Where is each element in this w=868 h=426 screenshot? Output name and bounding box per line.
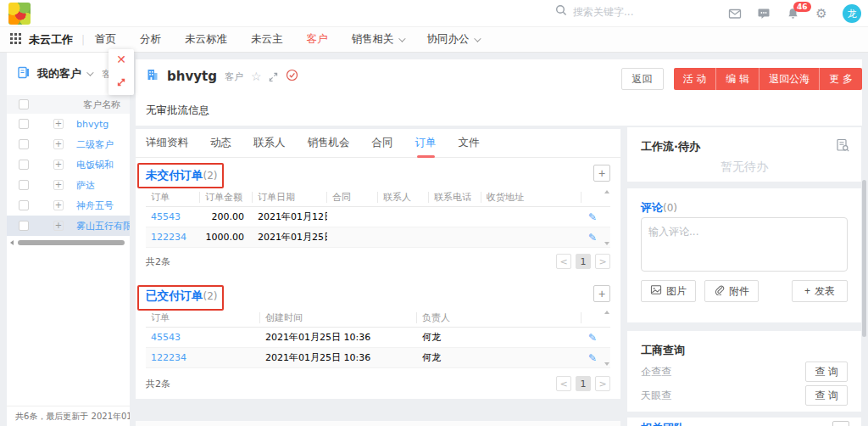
order-link[interactable]: 45543	[146, 332, 260, 343]
scroll-up-icon[interactable]	[604, 311, 609, 314]
query-tianyancha-button[interactable]: 查 询	[805, 385, 848, 406]
customer-row[interactable]: +bhvytg	[7, 114, 130, 134]
current-page-button[interactable]: 1	[576, 376, 591, 391]
row-checkbox[interactable]	[19, 139, 29, 149]
row-checkbox[interactable]	[19, 160, 29, 170]
next-page-button[interactable]: >	[595, 376, 610, 391]
seal-badge-icon[interactable]	[286, 69, 298, 85]
customer-row[interactable]: +神舟五号	[7, 195, 130, 216]
bell-icon[interactable]: 46	[785, 6, 800, 21]
attachment-button[interactable]: 附件	[704, 280, 759, 302]
more-button[interactable]: 更 多	[820, 68, 862, 90]
list-search-icon[interactable]	[836, 138, 849, 155]
row-checkbox[interactable]	[19, 119, 29, 129]
prev-page-button[interactable]: <	[556, 254, 571, 269]
edit-pencil-icon[interactable]: ✎	[588, 332, 597, 344]
app-launcher-grid-icon[interactable]	[10, 33, 21, 47]
expand-plus-icon[interactable]: +	[53, 160, 64, 170]
view-selector[interactable]: 我的客户	[37, 66, 81, 81]
comment-input[interactable]	[641, 217, 848, 272]
table-row[interactable]: 122234 2021年01月25日 10:36 何龙 ✎	[146, 348, 610, 368]
publish-button[interactable]: + 发表	[792, 280, 848, 302]
back-button[interactable]: 返回	[621, 68, 664, 90]
expand-plus-icon[interactable]: +	[53, 139, 64, 149]
tab-contracts[interactable]: 合同	[372, 129, 393, 158]
customer-row[interactable]: +萨达	[7, 175, 130, 195]
table-row[interactable]: 45543 200.00 2021年01月12日 ✎	[146, 207, 610, 227]
close-icon[interactable]: ✕	[116, 53, 126, 65]
workspace-title[interactable]: 未云工作	[29, 32, 73, 48]
scroll-down-icon[interactable]	[604, 362, 609, 366]
app-logo[interactable]	[8, 3, 31, 25]
horizontal-scrollbar[interactable]	[7, 239, 130, 246]
page-body: 我的客户 客户 客户名称 +bhvytg +二级客户 +电饭锅和 +萨达 +神舟…	[0, 53, 868, 426]
nav-divider: |	[81, 34, 85, 46]
row-checkbox[interactable]	[19, 200, 29, 210]
select-all-checkbox[interactable]	[19, 99, 29, 109]
favorite-star-icon[interactable]: ☆	[251, 70, 262, 83]
nav-item-home[interactable]: 首页	[95, 32, 116, 47]
tab-orders[interactable]: 订单	[415, 129, 437, 158]
expand-plus-icon[interactable]: +	[53, 221, 64, 231]
customer-row-selected[interactable]: +雾山五行有限	[7, 216, 130, 236]
edit-pencil-icon[interactable]: ✎	[588, 352, 597, 364]
customer-row[interactable]: +二级客户	[7, 134, 130, 154]
search-input[interactable]	[573, 6, 683, 18]
return-to-pool-button[interactable]: 退回公海	[760, 68, 820, 90]
plus-icon: +	[804, 285, 810, 297]
nav-item-sales[interactable]: 销售相关	[352, 32, 403, 47]
add-undelivered-order-button[interactable]: +	[593, 165, 610, 182]
scroll-down-icon[interactable]	[604, 242, 609, 245]
add-team-member-button[interactable]: +	[832, 421, 849, 426]
scroll-left-arrow-icon[interactable]	[10, 240, 14, 245]
mail-icon[interactable]	[727, 6, 743, 21]
prev-page-button[interactable]: <	[556, 376, 571, 391]
next-page-button[interactable]: >	[595, 254, 610, 269]
order-link[interactable]: 122234	[146, 232, 200, 243]
edit-pencil-icon[interactable]: ✎	[588, 211, 597, 223]
table-scrollbar[interactable]	[604, 188, 610, 206]
expand-plus-icon[interactable]: +	[53, 200, 64, 210]
tab-opportunities[interactable]: 销售机会	[308, 129, 350, 158]
settings-gear-icon[interactable]: ⚙	[814, 6, 829, 21]
table-scrollbar[interactable]	[604, 309, 610, 327]
expand-plus-icon[interactable]: +	[53, 119, 64, 129]
message-icon[interactable]	[756, 6, 771, 21]
nav-item-analysis[interactable]: 分析	[140, 32, 161, 47]
nav-item-main[interactable]: 未云主	[251, 32, 283, 47]
current-page-button[interactable]: 1	[576, 254, 591, 269]
resize-diagonal-arrow-icon[interactable]	[116, 75, 126, 91]
scroll-up-icon[interactable]	[604, 190, 609, 193]
tab-activity[interactable]: 动态	[210, 129, 231, 158]
add-delivered-order-button[interactable]: +	[593, 285, 610, 302]
edit-pencil-icon[interactable]: ✎	[588, 232, 597, 244]
notification-badge: 46	[793, 2, 811, 12]
chevron-down-icon[interactable]	[86, 69, 93, 76]
table-row[interactable]: 45543 2021年01月25日 10:36 何龙 ✎	[146, 328, 610, 348]
row-checkbox[interactable]	[19, 221, 29, 231]
tab-files[interactable]: 文件	[459, 129, 480, 158]
table-row[interactable]: 122234 1000.00 2021年01月25日 ✎	[146, 227, 610, 248]
fullscreen-expand-icon[interactable]	[269, 69, 278, 85]
page-scrollbar[interactable]	[862, 180, 866, 337]
nav-item-customer[interactable]: 客户	[307, 32, 328, 47]
pagination: < 1 >	[556, 254, 610, 269]
row-checkbox[interactable]	[19, 180, 29, 190]
query-qichacha-button[interactable]: 查 询	[805, 362, 848, 382]
customer-row[interactable]: +电饭锅和	[7, 154, 130, 175]
order-link[interactable]: 45543	[146, 211, 200, 222]
user-avatar[interactable]: 龙	[843, 4, 861, 23]
workflow-card-title: 工作流·待办	[641, 139, 700, 154]
scrollbar-thumb[interactable]	[18, 240, 125, 245]
tab-contacts[interactable]: 联系人	[253, 129, 286, 158]
global-search[interactable]	[555, 3, 683, 20]
edit-button[interactable]: 编 辑	[716, 68, 760, 90]
nav-item-collab[interactable]: 协同办公	[427, 32, 479, 47]
expand-plus-icon[interactable]: +	[53, 180, 64, 190]
order-link[interactable]: 122234	[146, 352, 260, 363]
image-button[interactable]: 图片	[641, 280, 696, 302]
tab-details[interactable]: 详细资料	[146, 129, 188, 158]
nav-item-standard[interactable]: 未云标准	[185, 32, 227, 47]
activity-button[interactable]: 活 动	[674, 68, 717, 90]
chevron-down-icon	[474, 35, 481, 42]
